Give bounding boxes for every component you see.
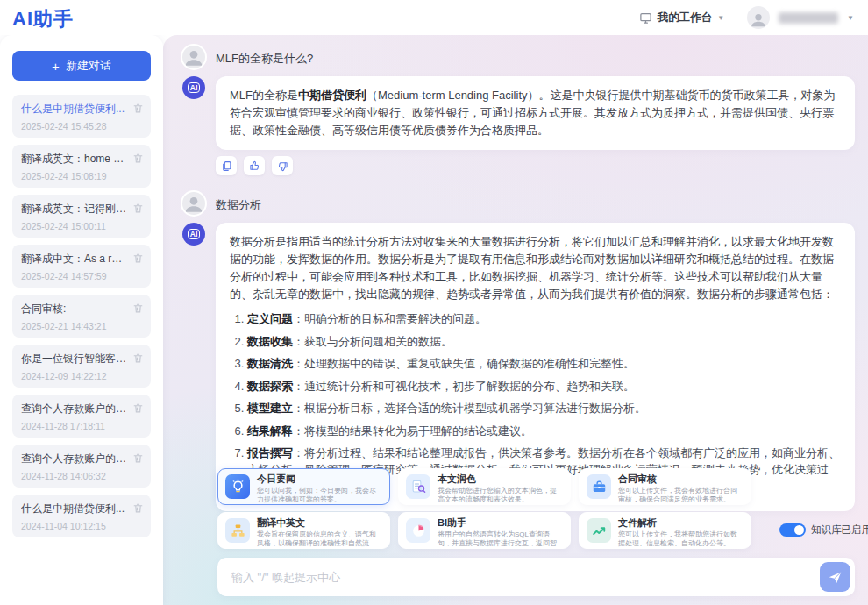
feature-card-6[interactable]: 文件解析您可以上传文件，我将帮助您进行如数据处理、信息检索、自动化办公等。	[579, 512, 751, 549]
history-item-timestamp: 2025-02-24 15:00:11	[21, 221, 128, 231]
history-item[interactable]: 翻译成英文：记得刚开始...2025-02-24 15:00:11	[12, 195, 151, 238]
trash-icon	[132, 203, 144, 214]
analysis-step: 数据收集：获取与分析问题相关的数据。	[247, 333, 841, 350]
plus-icon: +	[52, 60, 60, 73]
feature-card-title: BI助手	[438, 517, 563, 529]
new-chat-button[interactable]: + 新建对话	[12, 51, 151, 81]
delete-conversation-button[interactable]	[132, 352, 144, 363]
trash-icon	[132, 352, 144, 364]
text-segment: MLF的全称是	[230, 89, 298, 102]
delete-conversation-button[interactable]	[132, 302, 144, 313]
feature-card-title: 翻译中英文	[257, 517, 382, 529]
feature-card-body: BI助手将用户的自然语言转化为SQL查询语句，并直接与数据库进行交互，返回智能推…	[438, 517, 563, 544]
history-item-title: 翻译成英文：记得刚开始...	[21, 202, 128, 217]
knowledge-toggle-label: 知识库已启用	[811, 523, 868, 537]
user-message-text: MLF的全称是什么?	[216, 46, 313, 67]
bottom-section: 今日要闻您可以问我，例如：今日要闻，我会尽力提供准确和可靠的答案。本文润色我会帮…	[217, 468, 855, 596]
assistant-message-column: MLF的全称是中期借贷便利（Medium-term Lending Facili…	[216, 76, 855, 184]
history-item-timestamp: 2025-02-21 14:43:21	[21, 321, 128, 331]
history-item[interactable]: 翻译成英文：home home2025-02-24 15:08:19	[12, 145, 151, 188]
dislike-button[interactable]	[272, 156, 293, 175]
trash-icon	[132, 103, 144, 114]
step-term: 报告撰写	[247, 446, 293, 459]
feature-card-4[interactable]: 翻译中英文我会旨在保留原始信息的含义、语气和风格，以确保翻译的准确性和自然流畅。	[217, 512, 390, 549]
assistant-message-text: MLF的全称是中期借贷便利（Medium-term Lending Facili…	[230, 87, 841, 139]
history-item-timestamp: 2025-02-24 15:08:19	[21, 171, 128, 182]
translate-flowchart-icon	[225, 518, 250, 543]
delete-conversation-button[interactable]	[132, 152, 144, 163]
my-workspace-menu[interactable]: 我的工作台 ▼	[639, 11, 724, 25]
feature-card-description: 我会帮助您进行您输入的文本润色，提高文本的流畅度和表达效果。	[438, 487, 563, 504]
main-area: MLF的全称是什么?AIMLF的全称是中期借贷便利（Medium-term Le…	[163, 35, 868, 605]
history-item[interactable]: 翻译成中文：As a reader...2025-02-24 14:57:59	[12, 245, 151, 288]
history-item[interactable]: 什么是中期借贷便利...2024-11-04 10:12:15	[12, 495, 151, 537]
history-item-timestamp: 2024-12-09 14:22:12	[21, 371, 128, 381]
conversation-history-list: 什么是中期借贷便利...2025-02-24 15:45:28翻译成英文：hom…	[12, 95, 151, 537]
user-message-row: 数据分析	[182, 192, 855, 215]
message-input[interactable]	[231, 571, 820, 584]
history-item-title: 你是一位银行智能客服，...	[21, 352, 128, 367]
header-right: 我的工作台 ▼ ▼	[639, 0, 854, 35]
history-item[interactable]: 你是一位银行智能客服，...2024-12-09 14:22:12	[12, 345, 151, 388]
analysis-step: 数据清洗：处理数据中的错误、重复或缺失值，确保数据的准确性和完整性。	[247, 355, 841, 372]
feature-card-title: 今日要闻	[257, 473, 382, 485]
trash-icon	[132, 502, 144, 514]
send-button[interactable]	[820, 562, 850, 592]
app-logo: AI助手	[12, 6, 74, 32]
sidebar: + 新建对话 什么是中期借贷便利...2025-02-24 15:45:28翻译…	[0, 35, 163, 605]
history-item[interactable]: 什么是中期借贷便利...2025-02-24 15:45:28	[12, 95, 151, 138]
news-bulb-icon	[225, 474, 250, 499]
ai-badge: AI	[188, 229, 201, 240]
messages: MLF的全称是什么?AIMLF的全称是中期借贷便利（Medium-term Le…	[182, 46, 855, 511]
delete-conversation-button[interactable]	[132, 202, 144, 213]
chevron-down-icon: ▼	[717, 14, 724, 22]
delete-conversation-button[interactable]	[132, 502, 144, 513]
feature-card-5[interactable]: BI助手将用户的自然语言转化为SQL查询语句，并直接与数据库进行交互，返回智能推…	[398, 512, 571, 549]
history-item[interactable]: 查询个人存款账户的最新...2024-11-28 17:18:11	[12, 395, 151, 438]
feature-card-title: 文件解析	[618, 517, 743, 529]
polish-magnifier-icon	[410, 479, 427, 495]
feature-card-description: 将用户的自然语言转化为SQL查询语句，并直接与数据库进行交互，返回智能推荐的图表…	[438, 530, 563, 549]
history-item-timestamp: 2025-02-24 14:57:59	[21, 271, 128, 281]
history-item[interactable]: 查询个人存款账户的最新...2024-11-28 14:06:32	[12, 445, 151, 488]
user-message-row: MLF的全称是什么?	[182, 46, 855, 68]
feature-card-1[interactable]: 今日要闻您可以问我，例如：今日要闻，我会尽力提供准确和可靠的答案。	[217, 468, 390, 505]
step-term: 结果解释	[247, 424, 293, 438]
user-name-redacted	[779, 12, 838, 24]
chat-scroll-area[interactable]: MLF的全称是什么?AIMLF的全称是中期借贷便利（Medium-term Le…	[163, 35, 868, 605]
step-term: 数据清洗	[247, 357, 293, 370]
trash-icon	[132, 253, 144, 264]
bi-pie-chart-icon	[406, 518, 430, 543]
trash-icon	[132, 302, 144, 314]
toggle-knob	[794, 525, 804, 535]
copy-button[interactable]	[216, 156, 237, 175]
person-icon	[182, 46, 205, 68]
delete-conversation-button[interactable]	[132, 452, 144, 463]
delete-conversation-button[interactable]	[132, 102, 144, 113]
file-trend-icon	[587, 518, 611, 543]
message-composer	[217, 558, 855, 596]
chevron-down-icon[interactable]: ▼	[847, 14, 854, 22]
feature-card-body: 今日要闻您可以问我，例如：今日要闻，我会尽力提供准确和可靠的答案。	[257, 473, 382, 500]
assistant-message-intro: 数据分析是指用适当的统计分析方法对收集来的大量数据进行分析，将它们加以汇总和理解…	[230, 233, 841, 303]
like-button[interactable]	[244, 156, 265, 175]
history-item-timestamp: 2024-11-04 10:12:15	[21, 521, 128, 531]
analysis-step: 定义问题：明确分析的目标和需要解决的问题。	[247, 310, 841, 327]
delete-conversation-button[interactable]	[132, 252, 144, 263]
feature-card-2[interactable]: 本文润色我会帮助您进行您输入的文本润色，提高文本的流畅度和表达效果。	[398, 468, 571, 505]
knowledge-base-toggle[interactable]	[779, 523, 806, 537]
user-avatar	[182, 46, 205, 68]
feature-card-3[interactable]: 合同审核您可以上传文件，我会有效地进行合同审核，确保合同满足您的业务需求。	[579, 468, 751, 505]
user-avatar[interactable]	[747, 6, 770, 29]
sidebar-panel: + 新建对话 什么是中期借贷便利...2025-02-24 15:45:28翻译…	[0, 35, 163, 605]
history-item-timestamp: 2024-11-28 14:06:32	[21, 471, 128, 481]
analysis-step: 数据探索：通过统计分析和可视化技术，初步了解数据的分布、趋势和关联。	[247, 378, 841, 395]
history-item[interactable]: 合同审核:2025-02-21 14:43:21	[12, 295, 151, 338]
person-icon	[182, 192, 205, 215]
analysis-steps-list: 定义问题：明确分析的目标和需要解决的问题。数据收集：获取与分析问题相关的数据。数…	[230, 310, 841, 495]
contract-briefcase-icon	[591, 479, 608, 495]
thumbs-up-icon	[249, 160, 260, 172]
new-chat-label: 新建对话	[66, 58, 111, 74]
delete-conversation-button[interactable]	[132, 402, 144, 413]
feature-card-title: 合同审核	[618, 473, 743, 485]
